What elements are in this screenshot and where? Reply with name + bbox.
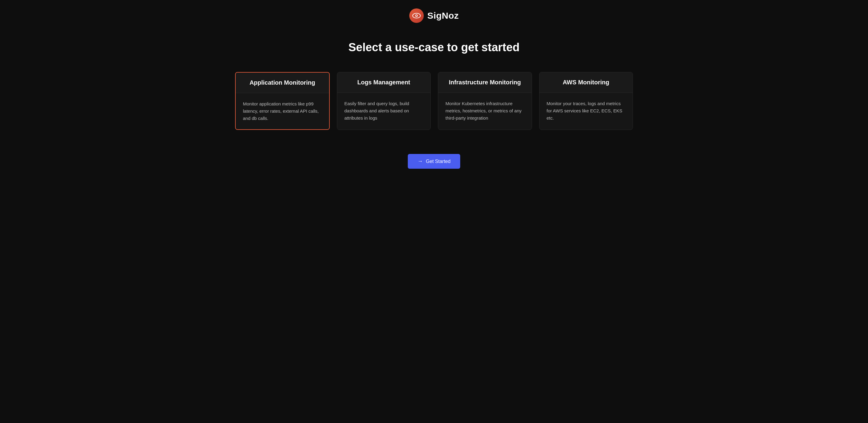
logo-icon bbox=[409, 8, 424, 23]
svg-point-2 bbox=[416, 15, 417, 16]
card-description-application-monitoring: Monitor application metrics like p99 lat… bbox=[243, 100, 322, 122]
card-infrastructure-monitoring[interactable]: Infrastructure Monitoring Monitor Kubern… bbox=[438, 72, 532, 130]
page-title: Select a use-case to get started bbox=[348, 41, 520, 54]
arrow-icon: → bbox=[417, 158, 423, 164]
card-title-application-monitoring: Application Monitoring bbox=[243, 79, 322, 86]
get-started-label: Get Started bbox=[426, 159, 451, 164]
card-aws-monitoring[interactable]: AWS Monitoring Monitor your traces, logs… bbox=[539, 72, 633, 130]
card-description-aws-monitoring: Monitor your traces, logs and metrics fo… bbox=[547, 100, 626, 122]
card-description-infrastructure-monitoring: Monitor Kubernetes infrastructure metric… bbox=[445, 100, 524, 122]
card-header-aws-monitoring: AWS Monitoring bbox=[539, 72, 633, 93]
cards-container: Application Monitoring Monitor applicati… bbox=[235, 72, 633, 130]
get-started-button[interactable]: → Get Started bbox=[408, 154, 460, 169]
main-content: Select a use-case to get started Applica… bbox=[223, 41, 645, 169]
card-body-aws-monitoring: Monitor your traces, logs and metrics fo… bbox=[539, 93, 633, 129]
header: SigNoz bbox=[409, 0, 459, 23]
logo-text: SigNoz bbox=[427, 10, 459, 21]
card-title-aws-monitoring: AWS Monitoring bbox=[547, 79, 626, 86]
card-header-infrastructure-monitoring: Infrastructure Monitoring bbox=[438, 72, 532, 93]
card-body-logs-management: Easily filter and query logs, build dash… bbox=[337, 93, 431, 129]
card-title-infrastructure-monitoring: Infrastructure Monitoring bbox=[445, 79, 524, 86]
card-header-application-monitoring: Application Monitoring bbox=[236, 73, 329, 93]
card-application-monitoring[interactable]: Application Monitoring Monitor applicati… bbox=[235, 72, 330, 130]
card-body-application-monitoring: Monitor application metrics like p99 lat… bbox=[236, 93, 329, 129]
card-description-logs-management: Easily filter and query logs, build dash… bbox=[344, 100, 424, 122]
card-logs-management[interactable]: Logs Management Easily filter and query … bbox=[337, 72, 431, 130]
card-body-infrastructure-monitoring: Monitor Kubernetes infrastructure metric… bbox=[438, 93, 532, 129]
card-header-logs-management: Logs Management bbox=[337, 72, 431, 93]
card-title-logs-management: Logs Management bbox=[344, 79, 424, 86]
